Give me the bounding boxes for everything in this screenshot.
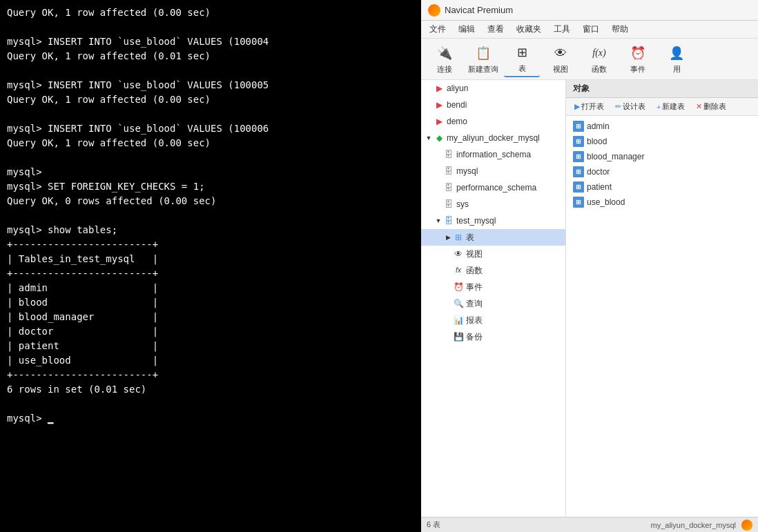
table-item-patient[interactable]: ⊞ patient [566,179,758,195]
table-icon-use-blood: ⊞ [573,197,584,208]
conn-icon-demo: ▶ [434,116,445,127]
table-item-use-blood[interactable]: ⊞ use_blood [566,195,758,210]
table-item-blood[interactable]: ⊞ blood [566,134,758,149]
new-table-label: 新建表 [662,101,685,112]
toolbar-connect[interactable]: 🔌 连接 [427,41,463,77]
sidebar-label-func-group: 函数 [466,264,483,277]
sidebar-label-is: information_schema [456,148,531,161]
arrow-expand-icon: ▼ [424,133,434,143]
sidebar-item-aliyun[interactable]: ▶ aliyun [421,80,565,97]
sidebar-item-backup-group[interactable]: 💾 备份 [421,328,565,345]
table-name-admin: admin [587,121,610,131]
new-query-icon: 📋 [474,43,493,63]
delete-table-label: 删除表 [703,101,726,112]
sidebar-label-test-mysql: test_mysql [456,214,496,228]
toolbar-new-query-label: 新建查询 [468,64,498,75]
table-item-admin[interactable]: ⊞ admin [566,119,758,134]
sidebar-item-sys[interactable]: 🗄 sys [421,196,565,213]
table-name-patient: patient [587,182,612,192]
status-bar: 6 表 my_aliyun_docker_mysql [421,517,758,532]
toolbar-connect-label: 连接 [437,64,452,75]
table-name-blood-manager: blood_manager [587,152,644,161]
navicat-panel: Navicat Premium 文件 编辑 查看 收藏夹 工具 窗口 帮助 🔌 … [421,0,758,532]
status-right: my_aliyun_docker_mysql [651,520,753,531]
delete-table-button[interactable]: ✕ 删除表 [692,100,730,113]
menu-help[interactable]: 帮助 [606,22,634,37]
menu-edit[interactable]: 编辑 [453,22,480,37]
toolbar-view-label: 视图 [553,64,568,75]
sidebar-item-query-group[interactable]: 🔍 查询 [421,295,565,312]
sidebar-label-backup-group: 备份 [466,330,483,344]
menu-window[interactable]: 窗口 [577,22,605,37]
db-icon-is: 🗄 [443,149,454,160]
arrow-icon-is [434,150,443,159]
design-table-label: 设计表 [623,101,645,112]
connect-icon: 🔌 [435,43,454,63]
arrow-event-group [443,282,453,292]
status-connection: my_aliyun_docker_mysql [651,521,737,529]
table-name-use-blood: use_blood [587,197,625,207]
sidebar-item-event-group[interactable]: ⏰ 事件 [421,279,565,295]
table-item-blood-manager[interactable]: ⊞ blood_manager [566,149,758,164]
table-icon-blood-manager: ⊞ [573,151,584,162]
toolbar-view[interactable]: 👁 视图 [543,41,579,77]
table-icon-doctor: ⊞ [573,166,584,177]
menu-favorites[interactable]: 收藏夹 [511,22,547,37]
arrow-icon-mysql [434,166,443,176]
menu-file[interactable]: 文件 [424,22,451,37]
arrow-report-group [443,315,453,325]
navicat-logo-icon [428,4,440,17]
view-icon: 👁 [551,43,570,63]
user-icon: 👤 [667,43,686,63]
conn-icon-aliyun: ▶ [434,83,445,94]
status-table-count: 6 表 [427,520,440,530]
navicat-status-logo [741,520,752,531]
toolbar-function[interactable]: f(x) 函数 [581,41,617,77]
db-icon-mysql: 🗄 [443,166,454,177]
conn-icon-my-aliyun: ◆ [434,132,445,144]
sidebar-item-table-group[interactable]: ▶ ⊞ 表 [421,229,565,246]
arrow-backup-group [443,332,453,342]
sidebar-item-report-group[interactable]: 📊 报表 [421,312,565,328]
table-name-doctor: doctor [587,167,610,177]
toolbar-table-label: 表 [518,63,526,74]
table-icon: ⊞ [512,43,532,62]
arrow-icon-sys [434,199,443,209]
delete-table-icon: ✕ [696,102,702,111]
sidebar-item-func-group[interactable]: fx 函数 [421,262,565,279]
sidebar-label-view-group: 视图 [466,247,483,261]
arrow-icon [424,83,434,93]
toolbar-new-query[interactable]: 📋 新建查询 [465,41,501,77]
toolbar-user[interactable]: 👤 用 [659,41,694,77]
new-table-icon: + [657,103,661,111]
sidebar-item-information-schema[interactable]: 🗄 information_schema [421,146,565,163]
query-group-icon: 🔍 [453,298,464,309]
new-table-button[interactable]: + 新建表 [652,100,689,113]
toolbar-event[interactable]: ⏰ 事件 [620,41,656,77]
sidebar-item-my-aliyun[interactable]: ▼ ◆ my_aliyun_docker_mysql [421,130,565,146]
db-icon-sys: 🗄 [443,199,454,210]
sidebar-item-view-group[interactable]: 👁 视图 [421,246,565,262]
sidebar-item-test-mysql[interactable]: ▼ 🗄 test_mysql [421,213,565,229]
arrow-query-group [443,299,453,308]
sidebar-item-performance-schema[interactable]: 🗄 performance_schema [421,179,565,196]
arrow-icon-bendi [424,100,434,110]
sidebar-label-sys: sys [456,197,469,211]
backup-group-icon: 💾 [453,331,464,342]
sidebar-label-report-group: 报表 [466,313,483,327]
toolbar-table[interactable]: ⊞ 表 [504,41,540,77]
open-table-button[interactable]: ▶ 打开表 [570,100,608,113]
sidebar-label-aliyun: aliyun [447,81,468,95]
func-group-icon: fx [453,265,464,276]
sidebar-item-bendi[interactable]: ▶ bendi [421,97,565,113]
db-icon-test: 🗄 [443,215,454,226]
sidebar-item-mysql[interactable]: 🗄 mysql [421,163,565,179]
menu-view[interactable]: 查看 [482,22,509,37]
sidebar-label-demo: demo [447,115,467,128]
sidebar-item-demo[interactable]: ▶ demo [421,113,565,130]
menu-tools[interactable]: 工具 [548,22,576,37]
table-item-doctor[interactable]: ⊞ doctor [566,164,758,179]
toolbar-function-label: 函数 [592,64,607,75]
sidebar-label-mysql: mysql [456,164,478,178]
design-table-button[interactable]: ✏ 设计表 [611,100,650,113]
